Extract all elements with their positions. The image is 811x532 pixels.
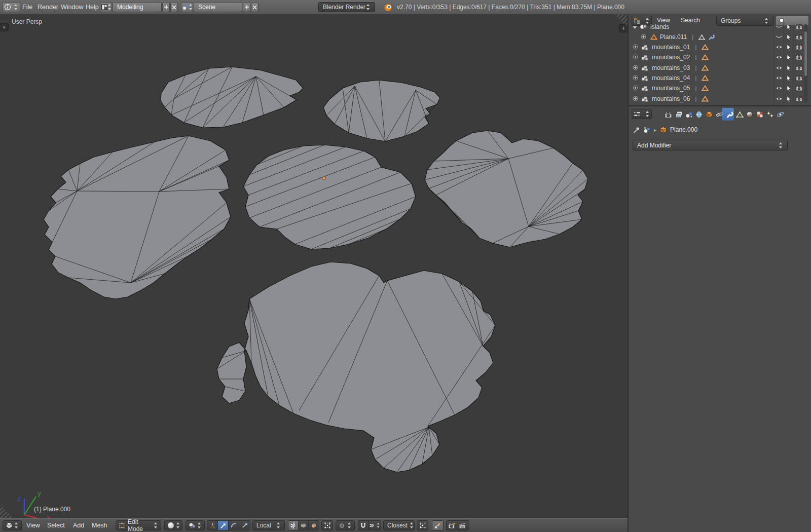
screen-delete-button[interactable] — [170, 2, 178, 12]
expand-plus-icon[interactable] — [633, 84, 638, 93]
expand-plus-icon[interactable] — [633, 43, 638, 52]
tab-object-data[interactable] — [735, 110, 744, 119]
snap-element-dropdown[interactable] — [369, 521, 381, 530]
menu-add[interactable]: Add — [73, 519, 84, 532]
screen-add-button[interactable] — [162, 2, 170, 12]
camera-render-icon[interactable] — [796, 44, 803, 50]
cursor-select-icon[interactable] — [786, 75, 792, 82]
edge-select-button[interactable] — [299, 521, 309, 530]
cursor-select-icon[interactable] — [786, 96, 792, 102]
translate-manipulator-button[interactable] — [218, 521, 229, 530]
outliner-scrollbar[interactable] — [804, 24, 807, 103]
eye-closed-icon[interactable] — [776, 24, 783, 29]
expand-plus-icon[interactable] — [641, 32, 646, 42]
snap-toggle-button[interactable] — [358, 521, 369, 530]
object-context-icon[interactable] — [643, 127, 651, 133]
outliner-row-mountains-05[interactable]: mountains_05| — [629, 84, 811, 93]
scale-manipulator-button[interactable] — [239, 521, 250, 530]
mesh-data-icon[interactable] — [698, 34, 705, 40]
tab-modifiers[interactable] — [725, 110, 734, 119]
snap-peel-button[interactable] — [417, 520, 428, 530]
outliner-row-plane-011[interactable]: Plane.011 | — [629, 32, 811, 42]
eye-open-icon[interactable] — [776, 96, 783, 101]
tab-physics[interactable] — [776, 110, 785, 119]
outliner-row-mountains-04[interactable]: mountains_04| — [629, 73, 811, 83]
tab-render[interactable] — [664, 110, 673, 119]
mesh-triangle-icon[interactable] — [702, 85, 709, 91]
islands-mesh[interactable] — [0, 14, 628, 518]
camera-render-icon[interactable] — [796, 54, 803, 60]
vertex-select-button[interactable] — [288, 521, 299, 530]
eye-closed-icon[interactable] — [776, 34, 783, 40]
camera-render-icon[interactable] — [796, 65, 803, 71]
cursor-select-icon[interactable] — [786, 65, 792, 71]
item-name[interactable]: mountains_03 — [652, 64, 690, 71]
info-editor-button[interactable] — [2, 2, 20, 12]
item-name[interactable]: mountains_04 — [652, 74, 690, 82]
tab-texture[interactable] — [755, 110, 764, 119]
render-engine-dropdown[interactable]: Blender Render — [318, 2, 375, 12]
wrench-modifier-icon[interactable] — [708, 34, 715, 41]
item-name[interactable]: mountains_02 — [652, 54, 690, 61]
proportional-edit-dropdown[interactable] — [336, 520, 355, 530]
eye-open-icon[interactable] — [776, 86, 783, 91]
camera-render-icon[interactable] — [796, 24, 803, 30]
scene-add-button[interactable] — [243, 2, 250, 12]
menu-select[interactable]: Select — [47, 519, 65, 532]
viewport-3d[interactable]: User Persp + + z y x (1) Plane.000 — [0, 14, 628, 518]
outliner-row-mountains-06[interactable]: mountains_06| — [629, 94, 811, 103]
menu-window[interactable]: Window — [58, 0, 86, 14]
cursor-select-icon[interactable] — [786, 44, 792, 51]
limit-selection-button[interactable] — [321, 520, 333, 530]
scene-delete-button[interactable] — [251, 2, 259, 12]
rotate-manipulator-button[interactable] — [229, 521, 239, 530]
manipulator-toggle-button[interactable] — [207, 521, 218, 530]
mesh-triangle-icon[interactable] — [702, 65, 709, 71]
toolshelf-expand-tab[interactable]: + — [0, 23, 9, 31]
screen-layout-icon-button[interactable] — [100, 2, 112, 12]
cursor-select-icon[interactable] — [786, 24, 792, 30]
mesh-triangle-icon[interactable] — [702, 54, 709, 60]
tab-world[interactable] — [694, 110, 704, 119]
snap-target-dropdown[interactable]: Closest — [383, 520, 415, 530]
camera-render-icon[interactable] — [796, 85, 803, 91]
mesh-triangle-icon[interactable] — [702, 44, 709, 50]
editor-type-button[interactable] — [3, 520, 22, 530]
viewport-shading-dropdown[interactable] — [164, 520, 182, 530]
menu-file[interactable]: File — [19, 0, 35, 14]
transform-orientation-dropdown[interactable]: Local — [252, 520, 285, 530]
expand-plus-icon[interactable] — [633, 63, 638, 72]
item-name[interactable]: mountains_06 — [652, 95, 690, 102]
camera-render-icon[interactable] — [796, 75, 803, 81]
mesh-triangle-icon[interactable] — [702, 75, 709, 81]
cursor-select-icon[interactable] — [786, 54, 792, 61]
properties-editor-type-button[interactable] — [632, 109, 652, 119]
expand-plus-icon[interactable] — [633, 53, 638, 62]
outliner-scrollbar-thumb[interactable] — [804, 31, 807, 76]
tab-render-layers[interactable] — [674, 110, 683, 119]
menu-mesh[interactable]: Mesh — [92, 519, 107, 532]
tab-particles[interactable] — [765, 110, 775, 119]
screen-layout-field[interactable]: Modelling — [113, 2, 162, 12]
mode-dropdown[interactable]: Edit Mode — [116, 520, 161, 530]
outliner-row-mountains-03[interactable]: mountains_03| — [629, 63, 811, 72]
manipulate-origins-button[interactable] — [432, 520, 444, 530]
item-name[interactable]: mountains_05 — [652, 85, 690, 92]
collapse-arrow-icon[interactable] — [633, 22, 637, 31]
scene-field[interactable]: Scene — [194, 2, 242, 12]
eye-open-icon[interactable] — [776, 45, 783, 50]
tab-constraints[interactable] — [715, 110, 724, 119]
outliner-row-islands[interactable]: islands — [629, 22, 811, 31]
opengl-render-image-button[interactable] — [447, 521, 457, 530]
face-select-button[interactable] — [309, 521, 319, 530]
item-name[interactable]: mountains_01 — [652, 44, 690, 51]
cursor-select-icon[interactable] — [786, 85, 792, 92]
outliner-row-mountains-01[interactable]: mountains_01| — [629, 43, 811, 52]
camera-render-icon[interactable] — [796, 96, 803, 102]
outliner-row-mountains-02[interactable]: mountains_02| — [629, 53, 811, 62]
menu-help[interactable]: Help — [83, 0, 102, 14]
menu-view[interactable]: View — [26, 519, 40, 532]
tab-object[interactable] — [705, 110, 714, 119]
opengl-render-anim-button[interactable] — [457, 521, 468, 530]
scene-icon-button[interactable] — [181, 2, 193, 12]
